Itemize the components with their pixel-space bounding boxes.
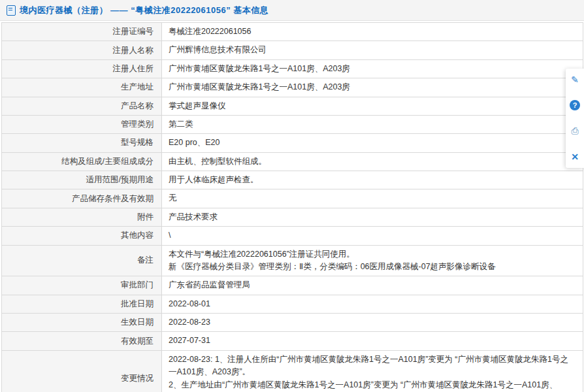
row-label: 型号规格	[2, 134, 162, 152]
row-label: 审批部门	[2, 276, 162, 294]
row-label: 产品储存条件及有效期	[2, 189, 162, 207]
close-icon[interactable]: ✕	[569, 151, 581, 163]
row-label: 变更情况	[2, 351, 162, 392]
row-value: 广州市黄埔区黄陂龙朱路1号之一A101房、A203房	[162, 60, 583, 78]
table-row: 附件产品技术要求	[2, 208, 583, 227]
table-row: 注册人名称广州辉博信息技术有限公司	[2, 41, 583, 59]
row-value: 广东省药品监督管理局	[162, 276, 583, 294]
row-value: \	[162, 227, 583, 244]
page-title: 境内医疗器械（注册） —— “粤械注准20222061056” 基本信息	[20, 5, 268, 16]
print-icon[interactable]: ⎙	[569, 125, 581, 137]
row-value: 无	[162, 189, 583, 207]
row-label: 其他内容	[2, 227, 162, 244]
row-label: 生产地址	[2, 78, 162, 96]
row-label: 批准日期	[2, 295, 162, 313]
row-value: 2022-08-01	[162, 295, 583, 313]
table-row: 注册证编号粤械注准20222061056	[2, 23, 583, 41]
row-label: 注册人住所	[2, 60, 162, 78]
row-value: 2022-08-23	[162, 314, 583, 331]
table-row: 生产地址广州市黄埔区黄陂龙朱路1号之一A101房、A203房	[2, 78, 583, 97]
row-value: 产品技术要求	[162, 208, 583, 226]
row-value: 2022-08-23: 1、注册人住所由“广州市黄埔区黄陂龙朱路1号之一A101…	[162, 351, 583, 392]
help-icon[interactable]: ?	[570, 100, 580, 110]
row-label: 有效期至	[2, 332, 162, 350]
info-table: 注册证编号粤械注准20222061056 注册人名称广州辉博信息技术有限公司 注…	[1, 22, 583, 392]
row-value: 本文件与“粤械注准20222061056”注册证共同使用。 新《医疗器械分类目录…	[162, 246, 583, 276]
page-header: 境内医疗器械（注册） —— “粤械注准20222061056” 基本信息	[0, 0, 584, 21]
table-row: 产品名称掌式超声显像仪	[2, 97, 583, 116]
row-label: 生效日期	[2, 314, 162, 331]
floating-toolbar: ✎ ? ⎙ ✕	[566, 69, 584, 168]
row-value: 用于人体临床超声检查。	[162, 171, 583, 189]
row-value: 广州市黄埔区黄陂龙朱路1号之一A101房、A203房	[162, 78, 583, 96]
row-value: 掌式超声显像仪	[162, 97, 583, 115]
table-row: 审批部门广东省药品监督管理局	[2, 276, 583, 295]
table-row: 管理类别第二类	[2, 116, 583, 134]
edit-icon[interactable]: ✎	[569, 74, 581, 86]
table-row: 适用范围/预期用途用于人体临床超声检查。	[2, 171, 583, 189]
table-row: 其他内容\	[2, 227, 583, 245]
row-label: 注册证编号	[2, 23, 162, 41]
table-row: 结构及组成/主要组成成分由主机、控制型软件组成。	[2, 153, 583, 171]
table-row: 有效期至2027-07-31	[2, 332, 583, 350]
table-row-changes: 变更情况2022-08-23: 1、注册人住所由“广州市黄埔区黄陂龙朱路1号之一…	[2, 351, 583, 392]
row-label: 结构及组成/主要组成成分	[2, 153, 162, 171]
table-row: 生效日期2022-08-23	[2, 314, 583, 332]
row-value: 广州辉博信息技术有限公司	[162, 41, 583, 59]
row-value: 第二类	[162, 116, 583, 133]
row-value: 2027-07-31	[162, 332, 583, 350]
row-label: 附件	[2, 208, 162, 226]
row-label: 产品名称	[2, 97, 162, 115]
row-value: E20 pro、E20	[162, 134, 583, 152]
row-label: 管理类别	[2, 116, 162, 133]
document-icon	[7, 5, 16, 16]
row-label: 适用范围/预期用途	[2, 171, 162, 189]
table-row: 产品储存条件及有效期无	[2, 189, 583, 208]
row-label: 注册人名称	[2, 41, 162, 59]
table-row-remarks: 备注本文件与“粤械注准20222061056”注册证共同使用。 新《医疗器械分类…	[2, 246, 583, 277]
row-value: 由主机、控制型软件组成。	[162, 153, 583, 171]
table-row: 批准日期2022-08-01	[2, 295, 583, 314]
table-row: 注册人住所广州市黄埔区黄陂龙朱路1号之一A101房、A203房	[2, 60, 583, 78]
table-row: 型号规格E20 pro、E20	[2, 134, 583, 152]
row-label: 备注	[2, 246, 162, 276]
row-value: 粤械注准20222061056	[162, 23, 583, 41]
